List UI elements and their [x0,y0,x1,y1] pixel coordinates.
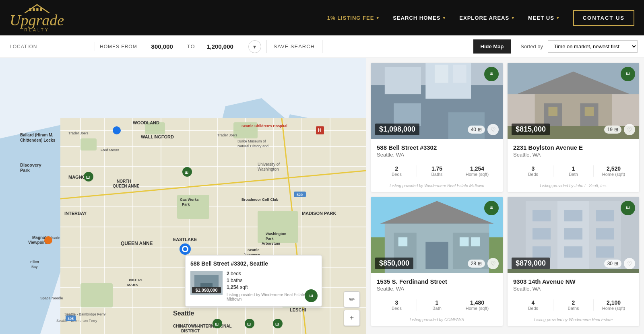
listing-provider: Listing provided by Windermere Real Esta… [513,318,634,322]
stat-sqft: 2,520 Home (sqft) [594,165,634,177]
nav-listing-fee[interactable]: 1% LISTING FEE ▼ [327,15,380,21]
listing-address: 9303 14th Avenue NW [513,278,634,285]
price-from-input[interactable] [142,43,182,50]
to-label: TO [187,43,195,49]
svg-rect-142 [533,210,551,221]
hide-map-button[interactable]: Hide Map [473,39,511,54]
sort-select[interactable]: Time on market, newest first Price: Low … [548,40,638,53]
svg-rect-151 [508,269,639,273]
svg-point-90 [113,126,121,134]
upgrade-logo-badge: Ш [621,201,635,215]
nav-search-homes[interactable]: SEARCH HOMES ▼ [393,15,446,21]
favorite-button[interactable]: ♡ [624,124,635,135]
stat-beds: 3 Beds [377,299,417,311]
svg-rect-136 [471,237,480,247]
svg-text:QUEEN ANNE: QUEEN ANNE [113,184,140,188]
svg-text:Seattle: Seattle [173,310,194,317]
svg-text:Seattle - Bremerton Ferry: Seattle - Bremerton Ferry [56,319,97,323]
svg-rect-125 [585,107,594,116]
nav-meet-us[interactable]: MEET US ▼ [528,15,560,21]
map-area[interactable]: Ballard (Hiram M. Chittenden) Locks Trad… [0,58,366,334]
popup-beds: 2 beds [227,271,317,276]
favorite-button[interactable]: ♡ [624,258,635,269]
svg-point-103 [44,236,52,244]
svg-rect-146 [564,228,582,239]
listing-info: 9303 14th Avenue NW Seattle, WA 4 Beds 2… [508,273,639,326]
svg-text:Gas Works: Gas Works [180,198,199,202]
svg-text:Arboretum: Arboretum [262,241,280,245]
stat-sqft: 1,254 Home (sqft) [457,165,497,177]
svg-rect-143 [533,228,551,239]
popup-baths: 1 baths [227,278,317,283]
svg-text:WALLINGFORD: WALLINGFORD [141,134,174,139]
stat-beds: 3 Beds [513,165,553,177]
location-input[interactable] [6,42,95,51]
popup-image: $1,098,000 [190,271,223,295]
listing-city: Seattle, WA [377,152,497,158]
listing-address: 2231 Boylston Avenue E [513,144,634,151]
svg-text:Natural History and...: Natural History and... [237,144,272,148]
svg-rect-32 [258,211,298,243]
svg-rect-36 [80,283,113,307]
contact-button[interactable]: CONTACT US [573,10,634,26]
svg-rect-134 [398,237,408,247]
listing-price: $879,000 [512,258,550,269]
stat-beds: 2 Beds [377,165,417,177]
listing-provider: Listing provided by Windermere Real Esta… [377,183,497,188]
svg-text:DISTRICT: DISTRICT [181,329,200,333]
nav-explore-areas[interactable]: EXPLORE AREAS ▼ [459,15,515,21]
homes-from-label: HOMES FROM [100,44,137,49]
svg-rect-150 [596,246,614,258]
stat-beds: 4 Beds [513,299,553,311]
filter-expand-button[interactable]: ▾ [248,40,261,53]
price-to-input[interactable] [200,43,240,50]
map-zoom-in-button[interactable]: + [344,310,360,326]
svg-rect-124 [548,107,557,116]
listing-price: $815,000 [512,124,550,135]
listing-card[interactable]: Ш $1,098,000 40 ⊞ ♡ 588 Bell Street #330… [371,63,503,192]
photo-count-badge: 28 ⊞ [468,260,485,268]
logo[interactable]: Upgrade REALTY [10,3,64,32]
chevron-down-icon: ▼ [442,16,446,20]
header: Upgrade REALTY 1% LISTING FEE ▼ SEARCH H… [0,0,644,35]
svg-text:Park: Park [20,168,30,173]
main-nav: 1% LISTING FEE ▼ SEARCH HOMES ▼ EXPLORE … [327,10,634,26]
listing-price: $850,000 [375,258,413,269]
map-popup: 588 Bell Street #3302, Seattle $1,098,00… [185,255,322,307]
svg-text:Ш: Ш [215,322,219,326]
svg-text:Ш: Ш [275,322,279,326]
svg-rect-149 [596,228,614,239]
main-content: Ballard (Hiram M. Chittenden) Locks Trad… [0,58,644,334]
listing-actions: 19 ⊞ ♡ [604,124,635,135]
popup-content: $1,098,000 2 beds 1 baths 1,254 sqft Lis… [190,271,317,301]
svg-text:Space Needle: Space Needle [40,296,63,300]
save-search-button[interactable]: SAVE SEARCH [266,40,323,53]
listing-actions: 28 ⊞ ♡ [468,258,499,269]
chevron-down-icon: ▼ [376,16,380,20]
favorite-button[interactable]: ♡ [487,124,499,135]
svg-text:Bay: Bay [31,265,38,269]
svg-text:520: 520 [297,193,303,197]
svg-rect-1 [33,8,35,11]
map-pencil-button[interactable]: ✏ [344,291,360,307]
listing-card[interactable]: Ш $850,000 28 ⊞ ♡ 1535 S. Ferdinand Stre… [371,197,503,326]
listing-stats: 3 Beds 1 Bath 1,480 Home (sqft) [377,296,497,314]
listing-city: Seattle, WA [513,286,634,292]
svg-text:NORTH: NORTH [117,179,131,183]
svg-text:EASTLAKE: EASTLAKE [173,237,197,242]
logo-sub: REALTY [24,28,49,32]
svg-text:Ш: Ш [86,175,90,179]
popup-sqft: 1,254 sqft [227,285,317,290]
stat-baths: 1.75 Baths [417,165,457,177]
photo-count-badge: 19 ⊞ [604,126,621,134]
svg-text:LESCHI: LESCHI [290,307,306,312]
listing-card[interactable]: Ш $879,000 30 ⊞ ♡ 9303 14th Avenue NW Se… [508,197,639,326]
listing-image: Ш $1,098,000 40 ⊞ ♡ [371,63,503,139]
svg-text:Fred Meyer: Fred Meyer [101,148,119,152]
svg-rect-114 [394,103,421,126]
svg-rect-117 [453,65,466,83]
popup-upgrade-logo: Ш [305,289,318,302]
listing-card[interactable]: Ш $815,000 19 ⊞ ♡ 2231 Boylston Avenue E… [508,63,639,192]
svg-rect-0 [29,8,31,11]
favorite-button[interactable]: ♡ [487,258,499,269]
